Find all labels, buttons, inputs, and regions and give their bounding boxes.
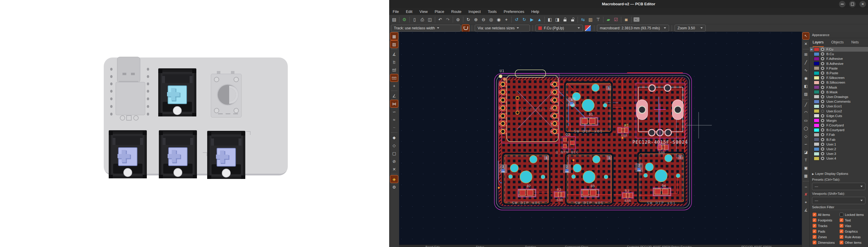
menu-edit[interactable]: Edit — [406, 9, 412, 14]
zoom-to-fit-button[interactable]: ⊚ — [454, 16, 462, 24]
print-button[interactable]: ⎙ — [418, 16, 426, 24]
layer-color-swatch[interactable] — [814, 62, 819, 65]
layer-color-swatch[interactable] — [814, 100, 819, 104]
layer-color-swatch[interactable] — [814, 90, 819, 94]
free-angle-routing-button[interactable]: ∠ — [390, 92, 398, 100]
undo-button[interactable]: ↶ — [436, 16, 444, 24]
zoom-to-selection-button[interactable]: ⌖ — [503, 16, 510, 24]
layer-color-swatch[interactable] — [814, 81, 819, 84]
layer-row-ffab[interactable]: F.Fab — [810, 132, 868, 137]
layer-row-user3[interactable]: User.3 — [810, 152, 868, 156]
lock-button[interactable] — [561, 16, 569, 24]
board-setup-button[interactable]: ⚙ — [401, 16, 408, 24]
viewports-dropdown[interactable]: --- — [812, 197, 865, 204]
layer-visibility-eye-icon[interactable] — [821, 90, 824, 94]
layer-pair-button[interactable] — [584, 25, 591, 32]
checkbox-icon[interactable] — [813, 229, 816, 233]
group-button[interactable]: ◧ — [546, 16, 554, 24]
layer-color-swatch[interactable] — [814, 57, 819, 61]
filter-locked-items[interactable]: Locked items — [840, 212, 867, 217]
page-settings-button[interactable]: ▯ — [411, 16, 418, 24]
layer-color-swatch[interactable] — [814, 128, 819, 132]
layer-visibility-eye-icon[interactable] — [821, 157, 824, 160]
route-tracks-button[interactable]: ╱ — [803, 59, 809, 66]
layer-visibility-eye-icon[interactable] — [821, 143, 824, 146]
menu-tools[interactable]: Tools — [488, 9, 496, 14]
rotate-ccw-button[interactable]: ↺ — [513, 16, 521, 24]
layer-visibility-eye-icon[interactable] — [821, 100, 824, 103]
layer-color-swatch[interactable] — [814, 48, 819, 51]
units-inches-button[interactable]: in — [390, 58, 398, 66]
layer-row-bcourtyard[interactable]: B.Courtyard — [810, 128, 868, 132]
hide-ratsnest-nets-button[interactable]: ~ — [390, 124, 398, 131]
layer-visibility-eye-icon[interactable] — [821, 124, 824, 127]
layer-color-swatch[interactable] — [814, 152, 819, 156]
layer-row-usereco1[interactable]: User.Eco1 — [810, 104, 868, 109]
layer-row-userdrawings[interactable]: User.Drawings — [810, 94, 868, 99]
checkbox-icon[interactable] — [840, 213, 843, 217]
layer-visibility-eye-icon[interactable] — [821, 119, 824, 122]
filter-pads[interactable]: Pads — [813, 228, 840, 234]
layer-color-swatch[interactable] — [814, 52, 819, 56]
redo-button[interactable]: ↷ — [444, 16, 452, 24]
layer-row-badhesive[interactable]: B.Adhesive — [810, 61, 868, 66]
checkbox-icon[interactable] — [840, 235, 843, 239]
zoom-to-objects-button[interactable]: ◉ — [495, 16, 503, 24]
place-via-button[interactable]: ◉ — [803, 75, 809, 82]
layer-color-swatch[interactable] — [814, 147, 819, 151]
dimension-button[interactable]: ↔ — [803, 183, 809, 190]
active-layer-dropdown[interactable]: F.Cu (PgUp) — [535, 25, 583, 32]
checkbox-icon[interactable] — [813, 213, 816, 217]
layer-row-edgecuts[interactable]: Edge.Cuts — [810, 113, 868, 118]
layer-visibility-eye-icon[interactable] — [821, 152, 824, 156]
filter-footprints[interactable]: Footprints — [813, 217, 840, 223]
place-table-button[interactable]: ▦ — [803, 172, 809, 179]
design-rules-check-button[interactable]: ☑ — [612, 16, 620, 24]
layer-color-swatch[interactable] — [814, 157, 819, 161]
sketch-pads-button[interactable]: ▢ — [390, 149, 398, 157]
checkbox-icon[interactable] — [840, 229, 843, 233]
unlock-button[interactable] — [569, 16, 577, 24]
filter-other-items[interactable]: Other items — [840, 240, 867, 245]
filter-vias[interactable]: Vias — [840, 223, 867, 228]
layer-visibility-eye-icon[interactable] — [821, 71, 824, 75]
layer-row-bsilkscreen[interactable]: B.Silkscreen — [810, 80, 868, 85]
save-button[interactable]: ▤ — [390, 16, 398, 24]
layer-visibility-eye-icon[interactable] — [821, 95, 824, 99]
checkbox-icon[interactable] — [840, 224, 843, 228]
layer-color-swatch[interactable] — [814, 124, 819, 127]
layer-visibility-eye-icon[interactable] — [821, 114, 824, 118]
flip-vertical-button[interactable]: ▲ — [536, 16, 543, 24]
sketch-vias-button[interactable]: ⊘ — [390, 158, 398, 165]
titlebar[interactable]: Macroboard-v2 — PCB Editor ✕ — [389, 0, 868, 8]
layer-row-bmask[interactable]: B.Mask — [810, 90, 868, 94]
layer-color-swatch[interactable] — [814, 66, 819, 70]
plot-button[interactable]: ◫ — [426, 16, 434, 24]
maximize-button[interactable] — [849, 1, 856, 7]
refresh-view-button[interactable]: ↻ — [464, 16, 472, 24]
place-footprint-button[interactable]: ⊞ — [803, 51, 809, 58]
via-size-dropdown[interactable]: Via: use netclass sizes — [475, 25, 530, 32]
layer-visibility-eye-icon[interactable] — [821, 147, 824, 151]
layer-color-swatch[interactable] — [814, 104, 819, 108]
units-mils-button[interactable]: mil — [390, 66, 398, 74]
menu-route[interactable]: Route — [451, 9, 462, 14]
draw-rectangle-button[interactable]: ▭ — [803, 117, 809, 124]
layer-row-usereco2[interactable]: User.Eco2 — [810, 109, 868, 113]
filter-rule-areas[interactable]: Rule Areas — [840, 234, 867, 240]
layer-color-swatch[interactable] — [814, 71, 819, 75]
zoom-out-button[interactable]: ⊖ — [480, 16, 487, 24]
rotate-cw-button[interactable]: ↻ — [521, 16, 528, 24]
draw-arc-button[interactable]: ◠ — [803, 109, 809, 116]
properties-panel-button[interactable]: ⚙ — [390, 183, 398, 191]
layer-visibility-eye-icon[interactable] — [821, 128, 824, 132]
checkbox-icon[interactable] — [813, 235, 816, 239]
layer-color-swatch[interactable] — [814, 114, 819, 118]
menu-inspect[interactable]: Inspect — [469, 9, 481, 14]
layer-visibility-eye-icon[interactable] — [821, 81, 824, 84]
layer-color-swatch[interactable] — [814, 109, 819, 113]
filter-graphics[interactable]: Graphics — [840, 228, 867, 234]
filter-dimensions[interactable]: Dimensions — [813, 240, 840, 245]
schematic-editor-sync-button[interactable]: ▰ — [604, 16, 612, 24]
layer-visibility-eye-icon[interactable] — [821, 86, 824, 89]
